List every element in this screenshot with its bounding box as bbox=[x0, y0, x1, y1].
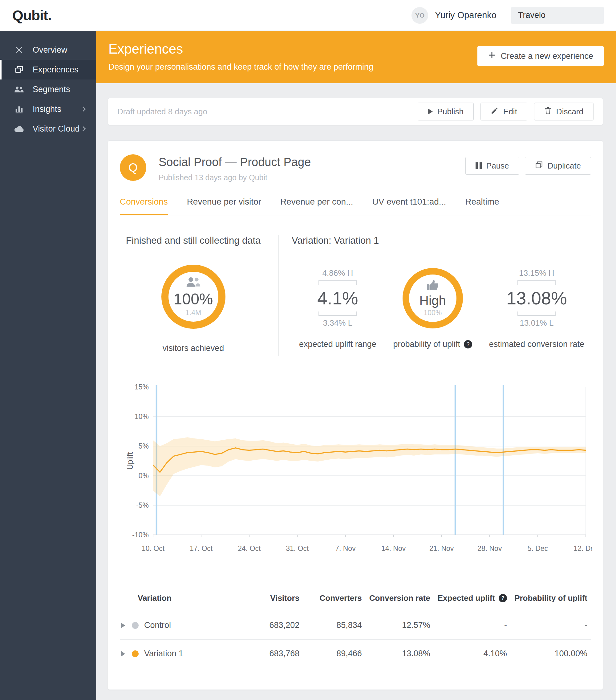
expand-caret-icon[interactable] bbox=[121, 623, 125, 628]
variation-stat-groups: 4.86% H 4.1% 3.34% L expected uplift ran… bbox=[292, 257, 603, 349]
svg-text:10. Oct: 10. Oct bbox=[142, 545, 165, 552]
edit-button[interactable]: Edit bbox=[480, 103, 527, 121]
visitors-stat: Finished and still collecting data 100% … bbox=[108, 235, 279, 356]
col-expected-uplift-label: Expected uplift bbox=[438, 593, 495, 603]
col-visitors: Visitors bbox=[247, 585, 303, 611]
pause-icon bbox=[476, 162, 482, 169]
segments-icon bbox=[14, 84, 25, 95]
probability-label: probability of uplift bbox=[393, 339, 472, 349]
user-avatar[interactable]: YO bbox=[412, 7, 428, 24]
sidebar-item-insights[interactable]: Insights bbox=[0, 99, 96, 119]
draft-status: Draft updated 8 days ago bbox=[117, 107, 207, 116]
draft-actions: Publish Edit Discard bbox=[418, 103, 593, 121]
svg-text:24. Oct: 24. Oct bbox=[238, 545, 261, 552]
tab-revenue-per-converter[interactable]: Revenue per con... bbox=[280, 197, 353, 215]
publish-button[interactable]: Publish bbox=[418, 103, 474, 121]
probability-label-text: probability of uplift bbox=[393, 339, 460, 349]
thumbs-up-icon bbox=[426, 279, 439, 293]
uplift-range-stat: 4.86% H 4.1% 3.34% L expected uplift ran… bbox=[299, 257, 376, 349]
sidebar-item-overview[interactable]: Overview bbox=[0, 40, 96, 60]
tab-uv-event[interactable]: UV event t101:ad... bbox=[372, 197, 446, 215]
topbar-right: YO Yuriy Oparenko Travelo bbox=[412, 7, 604, 24]
discard-button[interactable]: Discard bbox=[534, 103, 593, 121]
tab-realtime[interactable]: Realtime bbox=[465, 197, 499, 215]
cr-low: 13.01% L bbox=[519, 318, 553, 328]
sidebar-item-label: Visitor Cloud bbox=[33, 124, 80, 134]
main-area: Experiences Design your personalisations… bbox=[96, 31, 616, 700]
sidebar-item-segments[interactable]: Segments bbox=[0, 79, 96, 99]
chevron-right-icon bbox=[81, 107, 86, 112]
cloud-icon bbox=[14, 123, 25, 134]
variation-probability: 100.00% bbox=[511, 640, 591, 668]
trash-icon bbox=[544, 107, 552, 117]
discard-label: Discard bbox=[556, 107, 583, 116]
range-bracket-top bbox=[517, 280, 556, 285]
topbar: Qubit. YO Yuriy Oparenko Travelo bbox=[0, 0, 616, 31]
tab-revenue-per-visitor[interactable]: Revenue per visitor bbox=[187, 197, 261, 215]
control-expected-uplift: - bbox=[434, 611, 511, 640]
experience-title: Social Proof — Product Page bbox=[159, 155, 311, 169]
uplift-chart: 15%10%5%0%-5%-10%10. Oct17. Oct24. Oct31… bbox=[125, 382, 596, 556]
visitors-total: 1.4M bbox=[185, 309, 201, 317]
chevron-right-icon bbox=[81, 126, 86, 132]
col-conversion-rate: Conversion rate bbox=[366, 585, 434, 611]
stats-left-heading: Finished and still collecting data bbox=[126, 235, 261, 246]
svg-text:17. Oct: 17. Oct bbox=[190, 545, 213, 552]
duplicate-button[interactable]: Duplicate bbox=[525, 157, 591, 175]
svg-text:28. Nov: 28. Nov bbox=[477, 545, 502, 552]
sidebar: Overview Experiences Segments Insights bbox=[0, 31, 96, 700]
qubit-app: Qubit. YO Yuriy Oparenko Travelo Overvie… bbox=[0, 0, 616, 700]
conversion-rate-stat: 13.15% H 13.08% 13.01% L estimated conve… bbox=[489, 257, 584, 349]
row-name: Control bbox=[144, 621, 171, 630]
variation-heading: Variation: Variation 1 bbox=[292, 235, 603, 246]
variation-converters: 89,466 bbox=[303, 640, 366, 668]
experience-actions: Pause Duplicate bbox=[465, 157, 591, 175]
control-dot-icon bbox=[132, 622, 139, 629]
uplift-low: 3.34% L bbox=[323, 318, 352, 328]
results-table: Variation Visitors Converters Conversion… bbox=[120, 585, 591, 668]
sidebar-item-visitor-cloud[interactable]: Visitor Cloud bbox=[0, 119, 96, 139]
user-name: Yuriy Oparenko bbox=[435, 10, 496, 20]
help-icon[interactable] bbox=[464, 340, 472, 349]
control-visitors: 683,202 bbox=[247, 611, 303, 640]
overview-icon bbox=[14, 45, 25, 55]
publish-label: Publish bbox=[437, 107, 464, 116]
pause-label: Pause bbox=[486, 161, 509, 171]
uplift-range-label: expected uplift range bbox=[299, 339, 376, 349]
people-icon bbox=[186, 277, 201, 289]
variation-conversion-rate: 13.08% bbox=[366, 640, 434, 668]
edit-label: Edit bbox=[503, 107, 517, 116]
range-bracket-bottom bbox=[517, 312, 556, 316]
pause-button[interactable]: Pause bbox=[465, 157, 519, 175]
sidebar-item-experiences[interactable]: Experiences bbox=[0, 60, 96, 79]
probability-percent: 100% bbox=[424, 309, 442, 317]
probability-main: High 100% bbox=[403, 257, 463, 339]
visitors-donut: 100% 1.4M bbox=[161, 265, 225, 329]
create-experience-button[interactable]: Create a new experience bbox=[477, 46, 604, 66]
expand-caret-icon[interactable] bbox=[121, 651, 125, 657]
help-icon[interactable] bbox=[499, 594, 507, 602]
variation-dot-icon bbox=[132, 650, 139, 657]
sidebar-item-label: Insights bbox=[33, 104, 61, 114]
visitors-label: visitors achieved bbox=[163, 343, 224, 353]
probability-stat: High 100% probability of uplift bbox=[393, 257, 472, 349]
tab-conversions[interactable]: Conversions bbox=[120, 197, 168, 215]
duplicate-icon bbox=[535, 161, 543, 171]
create-experience-label: Create a new experience bbox=[501, 51, 593, 61]
variation-visitors: 683,768 bbox=[247, 640, 303, 668]
tab-bar: Conversions Revenue per visitor Revenue … bbox=[120, 197, 591, 215]
col-expected-uplift: Expected uplift bbox=[434, 585, 511, 611]
col-variation: Variation bbox=[120, 585, 247, 611]
conversion-rate-main: 13.15% H 13.08% 13.01% L bbox=[506, 257, 567, 339]
experience-avatar: Q bbox=[120, 154, 146, 181]
account-selector[interactable]: Travelo bbox=[511, 7, 604, 24]
visitors-percent: 100% bbox=[174, 290, 213, 308]
svg-text:5. Dec: 5. Dec bbox=[528, 545, 548, 552]
svg-text:15%: 15% bbox=[135, 383, 149, 391]
plus-icon bbox=[488, 51, 496, 61]
page-header: Experiences Design your personalisations… bbox=[96, 31, 616, 83]
range-bracket-bottom bbox=[318, 312, 357, 316]
svg-text:0%: 0% bbox=[139, 472, 149, 480]
control-probability: - bbox=[511, 611, 591, 640]
sidebar-item-label: Segments bbox=[33, 85, 70, 94]
